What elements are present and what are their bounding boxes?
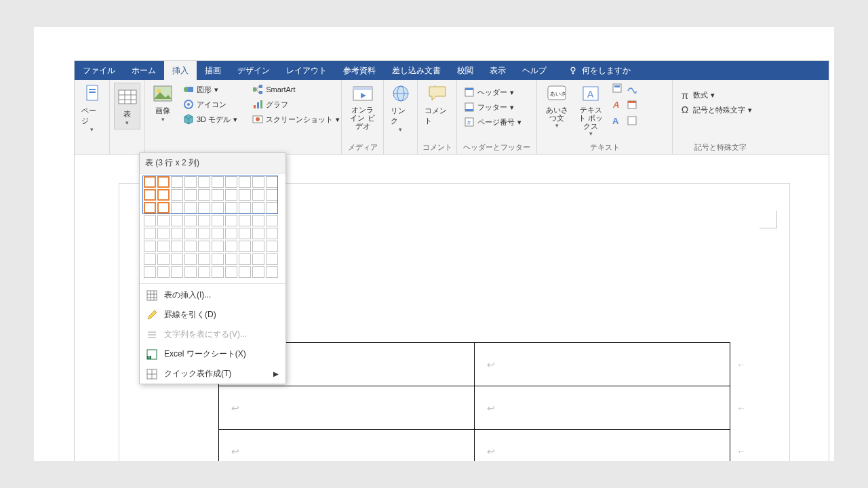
grid-cell[interactable] — [252, 241, 264, 252]
grid-cell[interactable] — [239, 266, 251, 278]
tab-review[interactable]: 校閲 — [449, 61, 481, 80]
grid-cell[interactable] — [225, 266, 237, 278]
table-cell[interactable]: ↩ — [475, 343, 730, 386]
grid-cell[interactable] — [252, 215, 264, 226]
grid-cell[interactable] — [157, 241, 170, 252]
grid-cell[interactable] — [266, 253, 278, 265]
grid-cell[interactable] — [239, 241, 251, 252]
draw-table-item[interactable]: 罫線を引く(D) — [140, 305, 285, 325]
tab-view[interactable]: 表示 — [481, 61, 514, 80]
table-cell[interactable]: ↩ — [219, 386, 475, 430]
grid-cell[interactable] — [171, 228, 183, 239]
grid-cell[interactable] — [225, 253, 237, 265]
screenshot-button[interactable]: スクリーンショット▾ — [250, 113, 342, 126]
grid-cell[interactable] — [266, 215, 278, 226]
table-button[interactable]: 表 ▾ — [114, 83, 140, 129]
row-end-mark: ← — [736, 403, 746, 413]
grid-cell[interactable] — [171, 215, 183, 226]
table-cell[interactable]: ↩ — [475, 386, 730, 430]
table-cell[interactable]: ↩ — [219, 430, 475, 462]
tab-design[interactable]: デザイン — [229, 61, 278, 80]
grid-cell[interactable] — [252, 266, 264, 278]
grid-cell[interactable] — [198, 228, 210, 239]
grid-cell[interactable] — [266, 266, 278, 278]
grid-cell[interactable] — [144, 266, 156, 278]
grid-cell[interactable] — [239, 215, 251, 226]
header-button[interactable]: ヘッダー▾ — [461, 85, 532, 99]
grid-cell[interactable] — [239, 228, 251, 239]
grid-cell[interactable] — [144, 215, 156, 226]
grid-cell[interactable] — [212, 228, 224, 239]
quickparts-icon-button[interactable] — [612, 83, 623, 96]
grid-cell[interactable] — [198, 253, 210, 265]
comment-button[interactable]: + コメント — [422, 83, 452, 126]
onlinevideo-button[interactable]: オンライン ビデオ — [346, 83, 379, 130]
grid-cell[interactable] — [212, 266, 224, 278]
grid-cell[interactable] — [157, 228, 170, 239]
grid-cell[interactable] — [252, 253, 264, 265]
grid-cell[interactable] — [266, 241, 278, 252]
signature-icon-button[interactable] — [627, 83, 637, 96]
tab-home[interactable]: ホーム — [123, 61, 164, 80]
tab-help[interactable]: ヘルプ — [514, 61, 555, 80]
tab-file[interactable]: ファイル — [75, 61, 123, 80]
wordart-icon-button[interactable]: A — [612, 99, 623, 113]
grid-cell[interactable] — [184, 241, 197, 252]
grid-cell[interactable] — [184, 215, 197, 226]
grid-cell[interactable] — [157, 253, 170, 265]
grid-cell[interactable] — [144, 241, 156, 252]
tab-layout[interactable]: レイアウト — [278, 61, 335, 80]
dropcap-icon-button[interactable]: A — [612, 115, 623, 129]
date-icon-button[interactable] — [627, 99, 637, 113]
object-icon-button[interactable] — [627, 115, 637, 129]
grid-cell[interactable] — [171, 253, 183, 265]
excel-worksheet-item[interactable]: X Excel ワークシート(X) — [140, 344, 285, 364]
image-button[interactable]: 画像 ▾ — [149, 83, 176, 126]
textbox-button[interactable]: A テキスト ボックス▾ — [574, 83, 608, 137]
grid-cell[interactable] — [225, 241, 237, 252]
page-button[interactable]: ページ ▾ — [79, 83, 105, 133]
tab-insert[interactable]: 挿入 — [164, 61, 197, 80]
icons-button[interactable]: アイコン — [180, 98, 240, 111]
greeting-button[interactable]: あいさつ あいさつ文▾ — [541, 83, 572, 137]
grid-cell[interactable] — [184, 253, 197, 265]
grid-cell[interactable] — [212, 215, 224, 226]
tab-draw[interactable]: 描画 — [197, 61, 229, 80]
tab-mailings[interactable]: 差し込み文書 — [384, 61, 449, 80]
grid-cell[interactable] — [225, 228, 237, 239]
grid-cell[interactable] — [252, 228, 264, 239]
grid-cell[interactable] — [184, 266, 197, 278]
table-cell[interactable]: ↩ — [475, 430, 730, 462]
pagenum-button[interactable]: #ページ番号▾ — [461, 115, 532, 129]
grid-cell[interactable] — [157, 266, 170, 278]
footer-button[interactable]: フッター▾ — [461, 100, 532, 114]
insert-table-item[interactable]: 表の挿入(I)... — [140, 285, 285, 305]
grid-cell[interactable] — [157, 215, 170, 226]
equation-button[interactable]: π数式▾ — [677, 88, 764, 102]
convert-text-item: 文字列を表にする(V)... — [140, 325, 285, 344]
quick-tables-item[interactable]: クイック表作成(T) ▶ — [140, 364, 285, 384]
grid-cell[interactable] — [144, 228, 156, 239]
grid-cell[interactable] — [239, 253, 251, 265]
grid-cell[interactable] — [212, 253, 224, 265]
symbol-button[interactable]: Ω記号と特殊文字▾ — [677, 103, 764, 117]
svg-rect-18 — [254, 105, 256, 108]
shapes-button[interactable]: 図形▾ — [180, 83, 240, 96]
link-button[interactable]: リンク ▾ — [388, 83, 413, 133]
grid-cell[interactable] — [198, 241, 210, 252]
chart-button[interactable]: グラフ — [250, 98, 342, 111]
tell-me[interactable]: 何をしますか — [560, 61, 639, 80]
grid-cell[interactable] — [266, 228, 278, 239]
grid-cell[interactable] — [225, 215, 237, 226]
grid-cell[interactable] — [184, 228, 197, 239]
grid-cell[interactable] — [198, 215, 210, 226]
grid-cell[interactable] — [171, 266, 183, 278]
tab-references[interactable]: 参考資料 — [335, 61, 384, 80]
document-table[interactable]: ↩ ↩ ↩ ↩ ↩ ↩ — [218, 342, 730, 461]
grid-cell[interactable] — [144, 253, 156, 265]
3dmodels-button[interactable]: 3D モデル▾ — [180, 113, 240, 126]
grid-cell[interactable] — [171, 241, 183, 252]
grid-cell[interactable] — [212, 241, 224, 252]
smartart-button[interactable]: SmartArt — [250, 83, 342, 96]
grid-cell[interactable] — [198, 266, 210, 278]
